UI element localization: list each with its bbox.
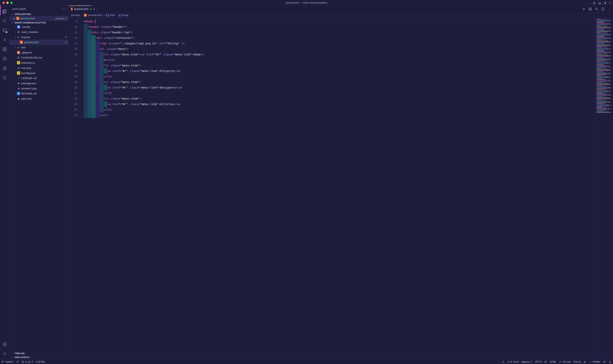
code-line[interactable]: <header class="header"> [80,24,595,30]
activity-scm[interactable]: 1 [0,26,10,35]
code[interactable]: <body><header class="header"><div class=… [80,18,595,359]
open-editor-item[interactable]: ×5preview.htmlpreviewU [10,16,69,21]
tree-file[interactable]: iREADME.md [10,91,69,96]
code-line[interactable]: <ul class="menu"> [80,46,595,52]
chevron-down-icon: ⌄ [11,21,14,24]
run-icon[interactable] [582,7,586,11]
tree-folder[interactable]: ›⬢node_modules [10,29,69,35]
code-line[interactable]: <a href="#!" class="menu-link">Designers… [80,85,595,90]
close-icon[interactable]: × [14,17,16,20]
status-eol[interactable]: LF [544,361,547,363]
tree-file[interactable]: ⎔LICENSE.md [10,76,69,81]
code-line[interactable]: a></li> [80,57,595,63]
diff-icon[interactable] [588,7,592,11]
open-editors-section[interactable]: ⌄ OPEN EDITORS [10,13,69,16]
code-line[interactable]: <li class="menu-item"> [80,79,595,85]
status-lang[interactable]: HTML [550,361,556,363]
svg-point-13 [4,343,5,344]
status-cursor[interactable]: Ln 9, Col 9 [507,361,519,363]
activity-bookmarks[interactable] [0,73,10,82]
activity-gitlens[interactable] [0,54,10,64]
code-text: <header class="header"> [88,24,127,30]
code-line[interactable]: <a href="#!" class="menu-link">Projects<… [80,68,595,74]
tl-zoom[interactable] [10,1,13,4]
tl-close[interactable] [2,1,5,4]
code-area[interactable]: 9101112131415 16171819202122232425 <body… [69,18,613,359]
status-bell[interactable] [609,361,612,363]
tl-minimize[interactable] [6,1,9,4]
tree-file[interactable]: ⬢package.json [10,81,69,86]
minimap[interactable] [595,18,613,359]
breadcrumb-item[interactable]: ❮❯html [106,13,115,17]
status-feedback[interactable] [603,361,606,363]
tree-file[interactable]: ▦icon.png [10,65,69,70]
gutter: 9101112131415 16171819202122232425 [69,18,80,359]
activity-thunder[interactable] [0,64,10,73]
breadcrumbs[interactable]: preview›5preview.html›❮❯html›❮❯body [69,13,613,18]
status-eslint[interactable]: ESLint [574,361,581,363]
customize-layout-icon[interactable]: ▭ [608,1,612,4]
code-line[interactable]: <li class="menu-item"><a href="#!" class… [80,52,595,57]
code-line[interactable]: <img srcset="./images/logo.png 2x" alt="… [80,41,595,46]
tree-folder[interactable]: ›▣.vscode [10,24,69,29]
status-spaces[interactable]: Spaces: 2 [522,361,532,363]
status-encoding[interactable]: UTF-8 [535,361,542,363]
open-editor-name: preview.html [21,17,54,20]
close-icon[interactable]: × [93,8,95,11]
tree-file[interactable]: JSjsconfig.json [10,70,69,76]
tree-file[interactable]: ◆.gitignore [10,50,69,55]
tree-file[interactable]: 5preview.htmlU [10,40,69,45]
code-line[interactable]: <a href="#!" class="menu-link">Articles<… [80,101,595,107]
code-line[interactable]: </ul> [80,112,595,118]
activity-explorer[interactable] [0,7,10,16]
split-editor-icon[interactable] [601,7,605,11]
status-prettier[interactable]: Prettier [589,361,600,363]
status-sync[interactable] [16,361,19,363]
editor-group: 5 preview.html U × [69,6,613,359]
code-line[interactable]: <body> [80,19,595,24]
code-line[interactable]: <div class="container"> [80,35,595,41]
info-icon: i [17,92,20,95]
toggle-panel-icon[interactable]: ⬓ [598,1,601,4]
tree-file[interactable]: JSextension.js [10,60,69,65]
titlebar[interactable]: preview.html — indent-rainbow-palettes ◧… [0,0,613,6]
tree-item-label: icon.png [21,66,67,69]
tree-file[interactable]: 🔒yarn.lock [10,96,69,101]
status-branch[interactable]: master* [1,361,14,363]
status-size[interactable]: 2.33 KiB [36,361,45,363]
code-line[interactable]: <li class="menu-item"> [80,63,595,68]
toggle-sidebar-icon[interactable]: ◧ [593,1,596,4]
open-editors-label: OPEN EDITORS [15,13,31,15]
code-line[interactable]: </li> [80,107,595,112]
status-color-mode[interactable] [502,361,504,363]
status-problems[interactable]: 0 0 [22,361,33,363]
breadcrumb-item[interactable]: preview [71,13,80,17]
tree-folder[interactable]: ›🗀test [10,45,69,50]
tree-file[interactable]: ↻CHANGELOG.md [10,55,69,60]
activity-search[interactable] [0,16,10,26]
code-line[interactable]: <li class="menu-item"> [80,96,595,101]
code-line[interactable]: </li> [80,90,595,96]
breadcrumb-item[interactable]: 5preview.html [84,13,102,17]
toggle-secondary-sidebar-icon[interactable]: ◨ [603,1,606,4]
activity-settings[interactable] [0,349,10,358]
tab-preview-html[interactable]: 5 preview.html U × [69,6,97,13]
activity-extensions[interactable] [0,45,10,54]
npm-scripts-section[interactable]: › NPM SCRIPTS [10,355,69,359]
code-line[interactable]: </li> [80,74,595,79]
code-text: <div class="container"> [96,35,135,41]
timeline-section[interactable]: › TIMELINE [10,351,69,355]
tree-folder[interactable]: ⌄🗁preview• [10,35,69,40]
activity-account[interactable] [0,339,10,349]
workspace-section[interactable]: ⌄ INDENT-RAINBOW-PALETTES [10,21,69,24]
breadcrumb-item[interactable]: ❮❯body [119,13,128,17]
more-icon[interactable]: ⋯ [607,7,611,11]
git-compare-icon[interactable] [595,7,598,11]
status-copilot[interactable] [583,361,586,363]
explorer-more-icon[interactable]: ⋯ [62,7,65,11]
status-golive[interactable]: Go Live [559,361,571,363]
activity-run[interactable] [0,35,10,45]
svg-point-3 [3,31,4,32]
tree-file[interactable]: ▦preview1.png [10,86,69,91]
code-line[interactable]: <div class="header-top"> [80,30,595,35]
